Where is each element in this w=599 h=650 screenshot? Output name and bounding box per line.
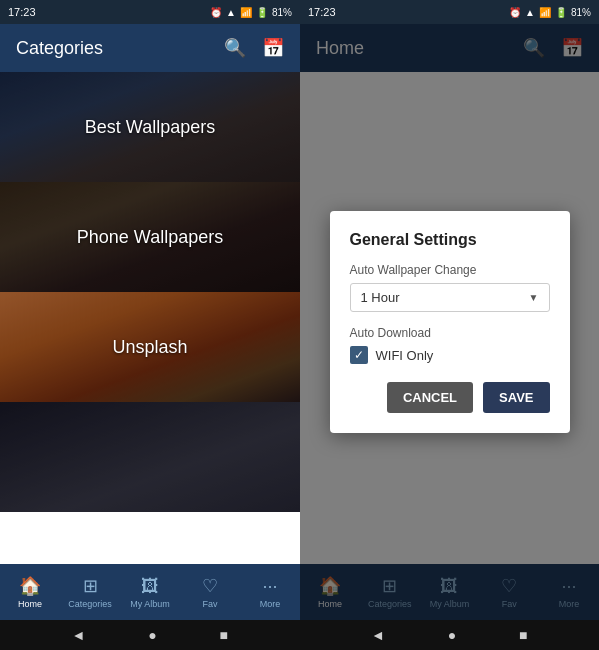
wifi-only-checkbox[interactable]: ✓ (350, 346, 368, 364)
calendar-icon[interactable]: 📅 (262, 37, 284, 59)
nav-categories-label-left: Categories (68, 599, 112, 609)
wallpaper-interval-dropdown[interactable]: 1 Hour ▼ (350, 283, 550, 312)
category-overlay-unsplash: Unsplash (0, 292, 300, 402)
nav-home-left[interactable]: 🏠 Home (0, 575, 60, 609)
alarm-icon2: ⏰ (509, 7, 521, 18)
header-icons: 🔍 📅 (224, 37, 284, 59)
category-card-street[interactable] (0, 402, 300, 512)
left-bottom-nav: 🏠 Home ⊞ Categories 🖼 My Album ♡ Fav ··· (0, 564, 300, 620)
left-system-nav: ◄ ● ■ (0, 627, 300, 643)
category-label-best: Best Wallpapers (85, 117, 215, 138)
nav-categories-left[interactable]: ⊞ Categories (60, 575, 120, 609)
left-battery-pct: 81% (272, 7, 292, 18)
left-status-icons: ⏰ ▲ 📶 🔋 81% (210, 7, 292, 18)
home-icon-left: 🏠 (19, 575, 41, 597)
dialog-buttons: CANCEL SAVE (350, 382, 550, 413)
home-button-left[interactable]: ● (148, 627, 156, 643)
signal-icon2: 📶 (539, 7, 551, 18)
right-battery-pct: 81% (571, 7, 591, 18)
nav-home-label-left: Home (18, 599, 42, 609)
recent-button-left[interactable]: ■ (220, 627, 228, 643)
search-icon[interactable]: 🔍 (224, 37, 246, 59)
category-label-phone: Phone Wallpapers (77, 227, 223, 248)
left-time: 17:23 (8, 6, 36, 18)
save-button[interactable]: SAVE (483, 382, 549, 413)
category-card-phone[interactable]: Phone Wallpapers (0, 182, 300, 292)
app-container: 17:23 ⏰ ▲ 📶 🔋 81% 17:23 ⏰ ▲ 📶 🔋 81% (0, 0, 599, 650)
nav-myalbum-label-left: My Album (130, 599, 170, 609)
dialog-title: General Settings (350, 231, 550, 249)
wifi-only-label: WIFI Only (376, 348, 434, 363)
wifi-icon2: ▲ (525, 7, 535, 18)
category-overlay-phone: Phone Wallpapers (0, 182, 300, 292)
categories-icon-left: ⊞ (83, 575, 98, 597)
right-time: 17:23 (308, 6, 336, 18)
screens-row: Categories 🔍 📅 Best Wallpapers Phone Wal… (0, 24, 599, 620)
category-label-unsplash: Unsplash (112, 337, 187, 358)
right-status-icons: ⏰ ▲ 📶 🔋 81% (509, 7, 591, 18)
back-button-left[interactable]: ◄ (71, 627, 85, 643)
wifi-only-row: ✓ WIFI Only (350, 346, 550, 364)
system-nav-bar: ◄ ● ■ ◄ ● ■ (0, 620, 599, 650)
dropdown-arrow-icon: ▼ (529, 292, 539, 303)
back-button-right[interactable]: ◄ (371, 627, 385, 643)
dropdown-value: 1 Hour (361, 290, 400, 305)
nav-fav-left[interactable]: ♡ Fav (180, 575, 240, 609)
auto-download-label: Auto Download (350, 326, 550, 340)
categories-list: Best Wallpapers Phone Wallpapers Unsplas… (0, 72, 300, 564)
nav-more-left[interactable]: ··· More (240, 576, 300, 609)
nav-fav-label-left: Fav (202, 599, 217, 609)
dialog-overlay: General Settings Auto Wallpaper Change 1… (300, 24, 599, 620)
fav-icon-left: ♡ (202, 575, 218, 597)
battery-icon: 🔋 (256, 7, 268, 18)
auto-wallpaper-label: Auto Wallpaper Change (350, 263, 550, 277)
left-status-bar: 17:23 ⏰ ▲ 📶 🔋 81% (0, 0, 300, 24)
general-settings-dialog: General Settings Auto Wallpaper Change 1… (330, 211, 570, 433)
nav-myalbum-left[interactable]: 🖼 My Album (120, 576, 180, 609)
category-overlay-street (0, 402, 300, 512)
signal-icon: 📶 (240, 7, 252, 18)
alarm-icon: ⏰ (210, 7, 222, 18)
right-screen: Home 🔍 📅 Photo of ... ♡ By Possessed Pho… (300, 24, 599, 620)
categories-header: Categories 🔍 📅 (0, 24, 300, 72)
cancel-button[interactable]: CANCEL (387, 382, 473, 413)
home-button-right[interactable]: ● (448, 627, 456, 643)
more-icon-left: ··· (262, 576, 277, 597)
battery-icon2: 🔋 (555, 7, 567, 18)
nav-more-label-left: More (260, 599, 281, 609)
wifi-icon: ▲ (226, 7, 236, 18)
left-screen: Categories 🔍 📅 Best Wallpapers Phone Wal… (0, 24, 300, 620)
categories-title: Categories (16, 38, 103, 59)
category-overlay-best: Best Wallpapers (0, 72, 300, 182)
category-card-best[interactable]: Best Wallpapers (0, 72, 300, 182)
right-system-nav: ◄ ● ■ (300, 627, 600, 643)
category-card-unsplash[interactable]: Unsplash (0, 292, 300, 402)
myalbum-icon-left: 🖼 (141, 576, 159, 597)
right-status-bar: 17:23 ⏰ ▲ 📶 🔋 81% (300, 0, 599, 24)
recent-button-right[interactable]: ■ (519, 627, 527, 643)
